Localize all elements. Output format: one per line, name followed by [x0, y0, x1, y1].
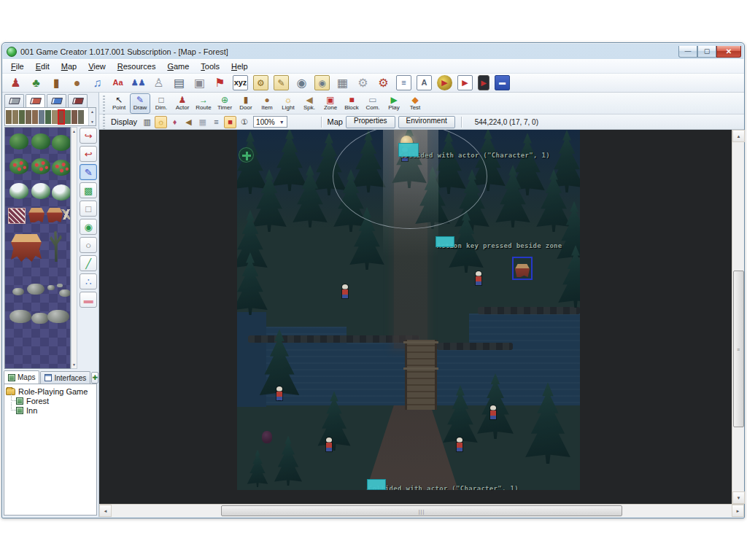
tool-door[interactable]: ▮ Door — [236, 93, 256, 114]
scroll-right-icon[interactable]: ► — [732, 505, 744, 517]
tile-dead-tree[interactable] — [46, 231, 66, 262]
add-map-button[interactable]: ✚ — [91, 372, 98, 384]
menu-item[interactable]: Map — [55, 61, 82, 72]
actor-character[interactable] — [276, 386, 283, 400]
menu-item[interactable]: Tools — [195, 61, 225, 72]
properties-button[interactable]: Properties — [346, 116, 395, 128]
tile-berry-bush[interactable] — [9, 158, 28, 174]
tile-rock[interactable] — [47, 310, 69, 323]
redo-icon[interactable]: ↪ — [80, 128, 97, 144]
gamepad-icon[interactable]: ◉ — [294, 75, 309, 90]
vertical-scrollbar[interactable]: ▲ ≡ ▼ — [732, 130, 744, 504]
tile-rock[interactable] — [27, 284, 44, 295]
tool-item[interactable]: ● Item — [257, 93, 277, 114]
palette-scroll-up-icon[interactable]: ▲ — [72, 129, 76, 133]
tile-rock[interactable] — [31, 313, 49, 324]
controls-script-icon[interactable]: ◉ — [314, 75, 330, 90]
eraser-tool[interactable]: ▬ — [80, 292, 97, 308]
menu-item[interactable]: View — [82, 61, 112, 72]
menu-item[interactable]: Game — [161, 61, 195, 72]
advanced-settings-icon[interactable]: ⚙ — [376, 75, 391, 90]
tool-test[interactable]: ◆ Test — [405, 93, 425, 114]
tool-route[interactable]: → Route — [193, 93, 214, 114]
tool-speaker[interactable]: ◀ Spk. — [299, 93, 320, 114]
strip-tile[interactable] — [26, 110, 31, 124]
zone-marker[interactable] — [367, 479, 386, 490]
zone-marker[interactable] — [398, 143, 419, 157]
tab-maps[interactable]: Maps — [4, 370, 39, 384]
strip-tile[interactable] — [45, 110, 51, 124]
tile-rock[interactable] — [9, 310, 31, 323]
tileset-tab-2[interactable] — [26, 94, 45, 107]
menu-item[interactable]: Edit — [30, 61, 55, 72]
tile-snow-bush[interactable] — [52, 184, 71, 201]
tile-bush[interactable] — [52, 135, 71, 151]
scroll-down-icon[interactable]: ▼ — [732, 491, 745, 504]
vertical-scroll-thumb[interactable]: ≡ — [733, 271, 744, 427]
tool-timer[interactable]: ⊕ Timer — [214, 93, 235, 114]
map-forest[interactable]: Collided with actor ("Character", 1) Act… — [237, 130, 580, 490]
tileset-tab-4[interactable] — [68, 94, 88, 107]
interfaces-icon[interactable]: ▤ — [171, 75, 187, 90]
actor-character[interactable] — [341, 284, 349, 298]
zoom-select[interactable]: 100% ▼ — [253, 116, 287, 128]
tree-map-item[interactable]: Forest — [6, 396, 95, 405]
actor-icon[interactable]: ♟ — [8, 75, 23, 90]
font-icon[interactable]: Aa — [110, 75, 125, 90]
strip-tile[interactable] — [32, 110, 38, 124]
menu-item[interactable]: Help — [225, 61, 254, 72]
stamp-tool[interactable]: ∴ — [80, 273, 97, 289]
titlebar[interactable]: 001 Game Creator 1.017.001 Subscription … — [2, 43, 744, 59]
undo-icon[interactable]: ↩ — [80, 146, 97, 162]
menu-item[interactable]: File — [5, 61, 30, 72]
strip-down-icon[interactable]: ▼ — [90, 120, 94, 124]
debug-shield-icon[interactable]: ▶ — [437, 75, 452, 90]
palette-scrollbar[interactable]: ▲ ▼ — [71, 127, 78, 369]
map-viewport[interactable]: Collided with actor ("Character", 1) Act… — [99, 130, 732, 504]
menu-item[interactable]: Resources — [112, 61, 162, 72]
scenery-icon[interactable]: ♣ — [28, 75, 44, 90]
script-edit-icon[interactable]: ✎ — [274, 75, 289, 90]
timer-marker[interactable] — [239, 147, 254, 163]
tile-erase[interactable] — [8, 208, 26, 224]
grid-toggle[interactable]: ▦ — [196, 116, 209, 128]
fill-ellipse-tool[interactable]: ◉ — [80, 219, 97, 235]
fill-rect-tool[interactable]: ▩ — [80, 182, 97, 198]
tree-root[interactable]: Role-Playing Game — [6, 386, 95, 396]
strip-tile[interactable] — [78, 110, 84, 124]
actor-character[interactable] — [489, 405, 497, 419]
close-button[interactable]: ✕ — [716, 46, 741, 58]
scroll-up-icon[interactable]: ▲ — [732, 130, 745, 142]
tile-snow-bush[interactable] — [9, 183, 28, 199]
lighting-toggle[interactable]: ☼ — [155, 116, 167, 128]
strip-tile[interactable] — [52, 110, 58, 124]
tileset-strip[interactable]: ▲ ▼ — [4, 107, 96, 126]
info-toggle[interactable]: ① — [238, 116, 250, 128]
effects-toggle[interactable]: ♦ — [169, 116, 181, 128]
strip-tile[interactable] — [71, 110, 77, 124]
tool-point[interactable]: ↖ Point — [109, 93, 129, 114]
ellipse-tool[interactable]: ○ — [80, 237, 97, 253]
pencil-tool[interactable]: ✎ — [80, 164, 97, 180]
tile-bush[interactable] — [31, 133, 50, 149]
main-menu-icon[interactable]: ≡ — [396, 75, 411, 90]
tile-bush[interactable] — [9, 133, 28, 149]
maximize-button[interactable]: ▢ — [697, 46, 716, 58]
tile-pebbles[interactable] — [47, 285, 55, 290]
tile-branch[interactable] — [58, 209, 71, 219]
tool-comment[interactable]: ▭ Com. — [363, 93, 383, 114]
tile-stump-big[interactable] — [11, 234, 42, 262]
tool-block[interactable]: ■ Block — [341, 93, 362, 114]
music-icon[interactable]: ♫ — [90, 75, 105, 90]
tileset-tab-3[interactable] — [47, 94, 66, 107]
run-window-icon[interactable]: ▶ — [457, 75, 473, 90]
tool-zone[interactable]: ▣ Zone — [320, 93, 341, 114]
strip-up-icon[interactable]: ▲ — [90, 109, 94, 114]
strip-tile[interactable] — [6, 110, 12, 124]
horizontal-scroll-thumb[interactable]: ||| — [221, 505, 622, 516]
door-icon[interactable]: ▮ — [49, 75, 64, 90]
item-icon[interactable]: ● — [69, 75, 85, 90]
variables-icon[interactable]: xyz — [233, 75, 248, 90]
tool-draw[interactable]: ✎ Draw — [130, 93, 150, 114]
palette-scroll-down-icon[interactable]: ▼ — [72, 362, 76, 367]
